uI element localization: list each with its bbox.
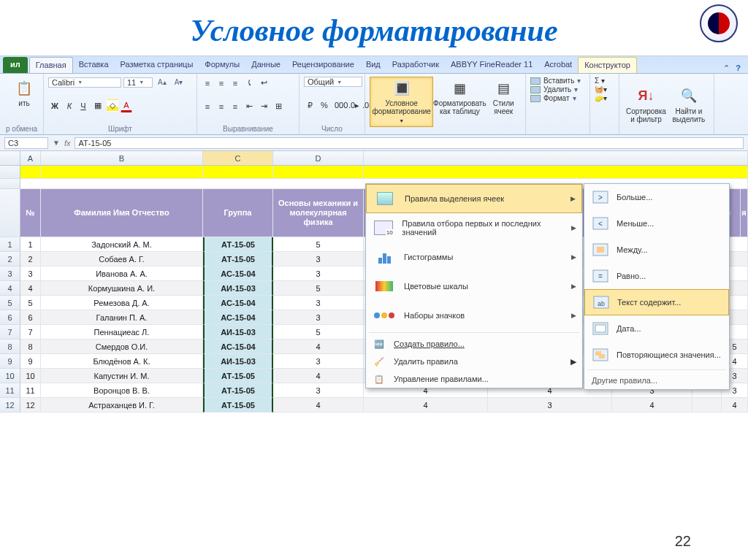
indent-dec-icon[interactable]: ⇤ — [243, 100, 256, 112]
ribbon: 📋ить р обмена Calibri▼ 11▼ A▴ A▾ Ж К Ч ▦… — [0, 74, 748, 135]
indent-inc-icon[interactable]: ⇥ — [258, 100, 270, 112]
currency-icon[interactable]: ₽ — [304, 99, 316, 112]
align-bot-icon[interactable]: ≡ — [229, 77, 241, 89]
paste-button[interactable]: 📋ить — [4, 77, 44, 110]
menu-clear-rules[interactable]: 🧹Удалить правила▶ — [366, 353, 582, 370]
sort-filter-button[interactable]: Я↓Сортировка и фильтр — [624, 77, 668, 133]
tab-review[interactable]: Рецензирование — [286, 57, 360, 73]
date-icon — [590, 320, 611, 337]
align-mid-icon[interactable]: ≡ — [215, 77, 227, 89]
align-center-icon[interactable]: ≡ — [215, 101, 227, 112]
underline-button[interactable]: Ч — [77, 100, 89, 112]
insert-icon — [530, 77, 541, 85]
shrink-font-icon[interactable]: A▾ — [172, 77, 186, 88]
inc-decimal-icon[interactable]: .0▸ — [346, 99, 357, 112]
namebox-arrow-icon[interactable]: ▼ — [53, 139, 60, 147]
align-left-icon[interactable]: ≡ — [202, 101, 213, 112]
sm-equal[interactable]: =Равно... — [584, 263, 729, 289]
menu-icon-sets[interactable]: Наборы значков▶ — [366, 301, 582, 330]
menu-highlight-rules[interactable]: Правила выделения ячеек▶ — [366, 184, 582, 213]
wrap-text-icon[interactable]: ↩ — [258, 77, 270, 89]
sm-greater[interactable]: >Больше... — [584, 184, 729, 210]
tab-abbyy[interactable]: ABBYY FineReader 11 — [445, 57, 538, 73]
font-color-button[interactable]: A — [121, 99, 132, 112]
col-rest[interactable] — [364, 151, 748, 165]
tab-view[interactable]: Вид — [360, 57, 386, 73]
between-icon — [590, 241, 611, 258]
align-right-icon[interactable]: ≡ — [229, 101, 241, 112]
menu-data-bars[interactable]: Гистограммы▶ — [366, 242, 582, 272]
tab-acrobat[interactable]: Acrobat — [538, 57, 578, 73]
font-size[interactable]: 11▼ — [123, 77, 153, 88]
number-format[interactable]: Общий▼ — [304, 77, 362, 87]
color-scales-icon — [372, 276, 397, 296]
sm-other-rules[interactable]: Другие правила... — [584, 372, 729, 389]
formula-input[interactable]: АТ-15-05 — [75, 137, 744, 149]
fx-label[interactable]: fx — [64, 139, 71, 147]
autosum-icon[interactable]: Σ ▾ — [595, 77, 614, 85]
minimize-ribbon-icon[interactable]: ⌃ — [723, 64, 730, 73]
italic-button[interactable]: К — [64, 100, 75, 112]
cell-styles-button[interactable]: ▤Стили ячеек — [486, 77, 521, 118]
help-icon[interactable]: ? — [736, 64, 741, 73]
manage-rules-icon: 📋 — [372, 375, 386, 384]
bold-button[interactable]: Ж — [48, 100, 61, 112]
sm-duplicates[interactable]: Повторяющиеся значения... — [584, 342, 729, 368]
comma-icon[interactable]: 000 — [332, 99, 343, 111]
clear-icon[interactable]: 🧽▾ — [595, 94, 614, 102]
conditional-formatting-button[interactable]: 🔳 Условное форматирование▼ — [370, 77, 433, 127]
row-hdr-1[interactable] — [0, 166, 20, 179]
fill-color-button[interactable]: ◇ — [107, 99, 118, 112]
sort-icon: Я↓ — [636, 87, 655, 106]
svg-rect-5 — [597, 247, 604, 253]
equal-icon: = — [590, 267, 611, 285]
less-icon: < — [590, 215, 611, 232]
align-top-icon[interactable]: ≡ — [202, 77, 213, 89]
logo-swirl — [708, 12, 730, 34]
tab-formulas[interactable]: Формулы — [199, 57, 245, 73]
menu-new-rule[interactable]: 🆕Создать правило... — [366, 335, 582, 353]
orientation-icon[interactable]: ⤹ — [243, 77, 256, 89]
name-box[interactable]: C3 — [4, 137, 48, 149]
table-row[interactable]: 1212Астраханцев И. Г.АТ-15-0544344 — [0, 398, 748, 413]
grow-font-icon[interactable]: A▴ — [155, 77, 169, 88]
menu-color-scales[interactable]: Цветовые шкалы▶ — [366, 272, 582, 301]
borders-button[interactable]: ▦ — [91, 99, 104, 112]
delete-cells-button[interactable]: Удалить▾ — [530, 85, 585, 93]
percent-icon[interactable]: % — [318, 99, 329, 111]
menu-manage-rules[interactable]: 📋Управление правилами... — [366, 370, 582, 388]
find-select-button[interactable]: 🔍Найти и выделить — [668, 77, 709, 133]
conditional-formatting-menu: Правила выделения ячеек▶ Правила отбора … — [365, 183, 583, 388]
svg-text:<: < — [598, 220, 603, 228]
select-all-corner[interactable] — [0, 151, 20, 165]
format-as-table-button[interactable]: ▦Форматировать как таблицу — [433, 77, 486, 118]
file-tab[interactable]: ил — [3, 57, 28, 73]
group-font: Шрифт — [48, 123, 192, 133]
formula-bar: C3 ▼ fx АТ-15-05 — [0, 135, 748, 151]
tab-insert[interactable]: Вставка — [73, 57, 115, 73]
col-b[interactable]: B — [41, 151, 203, 165]
font-name[interactable]: Calibri▼ — [48, 77, 121, 88]
format-cells-button[interactable]: Формат▾ — [530, 94, 585, 102]
col-a[interactable]: A — [20, 151, 41, 165]
sm-less[interactable]: <Меньше... — [584, 210, 729, 237]
tab-pagelayout[interactable]: Разметка страницы — [115, 57, 199, 73]
top-bottom-icon — [372, 218, 394, 238]
highlight-rules-submenu: >Больше... <Меньше... Между... =Равно...… — [584, 183, 730, 390]
fill-icon[interactable]: 🧺▾ — [595, 85, 614, 93]
menu-top-bottom[interactable]: Правила отбора первых и последних значен… — [366, 213, 582, 242]
merge-icon[interactable]: ⊞ — [272, 100, 285, 112]
group-cells — [530, 131, 585, 133]
insert-cells-button[interactable]: Вставить▾ — [530, 77, 585, 85]
col-c[interactable]: C — [203, 151, 273, 165]
col-d[interactable]: D — [273, 151, 364, 165]
tab-home[interactable]: Главная — [29, 57, 73, 73]
sm-text-contains[interactable]: abТекст содержит... — [584, 289, 729, 315]
tab-developer[interactable]: Разработчик — [386, 57, 445, 73]
svg-text:ab: ab — [598, 300, 605, 307]
sm-between[interactable]: Между... — [584, 237, 729, 263]
tab-design[interactable]: Конструктор — [578, 57, 637, 73]
tab-data[interactable]: Данные — [245, 57, 286, 73]
svg-text:=: = — [598, 272, 603, 280]
sm-date[interactable]: Дата... — [584, 315, 729, 342]
